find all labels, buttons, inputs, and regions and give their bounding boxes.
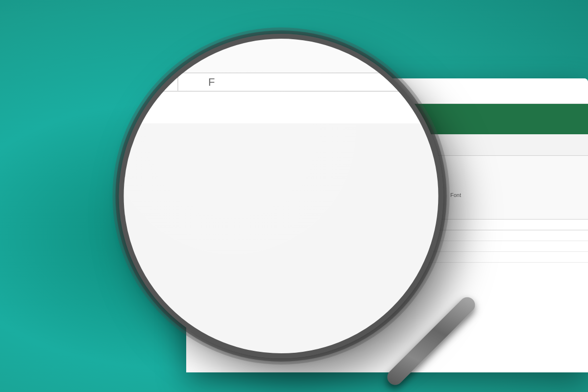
cell-grid: B C D E F bbox=[206, 220, 588, 263]
format-painter-icon: 🖌 bbox=[261, 195, 270, 203]
paste-label: Paste bbox=[234, 182, 251, 190]
row-number-column: 1 2 3 bbox=[186, 220, 206, 263]
sidebar-toggle-icon[interactable] bbox=[235, 86, 249, 97]
clipboard-section: 📋 Paste ▾ ✂ Cut ⧉ Copy 🖌 bbox=[225, 160, 323, 219]
maximize-button[interactable] bbox=[216, 88, 222, 95]
cell-b3[interactable] bbox=[206, 252, 245, 263]
cut-icon: ✂ bbox=[261, 166, 271, 175]
tab-bar: File Home Insert D Page Layout Form bbox=[186, 134, 588, 156]
paste-icon: 📋 bbox=[231, 163, 254, 181]
row-1-number: 1 bbox=[186, 230, 206, 241]
svg-rect-1 bbox=[242, 89, 246, 90]
redo-button[interactable]: ↻ bbox=[201, 187, 210, 199]
col-header-f: F bbox=[363, 220, 402, 230]
format-painter-button[interactable]: 🖌 Format Painter bbox=[259, 191, 317, 207]
row-2-number: 2 bbox=[186, 241, 206, 252]
corner-cell bbox=[186, 220, 205, 230]
clipboard-top: 📋 Paste ▾ ✂ Cut ⧉ Copy 🖌 bbox=[231, 163, 317, 207]
excel-window: ‹ › Excel Book1 – Saved ⌄ File Home Inse… bbox=[186, 78, 588, 372]
cell-d3[interactable] bbox=[284, 252, 323, 263]
col-header-c: C bbox=[245, 220, 284, 230]
undo-label: Undo bbox=[199, 202, 212, 208]
cell-f3[interactable] bbox=[363, 252, 402, 263]
text-color-swatch bbox=[365, 186, 374, 188]
tab-home[interactable]: Home bbox=[229, 140, 268, 155]
app-name: Excel bbox=[219, 112, 253, 127]
copy-label: Copy bbox=[275, 180, 290, 187]
undo-button[interactable]: ↺ bbox=[201, 171, 210, 184]
highlight-color-button[interactable]: ab bbox=[379, 177, 393, 189]
forward-arrow[interactable]: › bbox=[263, 86, 266, 96]
column-headers: B C D E F bbox=[206, 220, 588, 230]
ribbon-header: Excel Book1 – Saved ⌄ bbox=[186, 104, 588, 134]
font-top: Calibri Arial Times New Roman 11 12 14 A… bbox=[329, 163, 582, 174]
chevron-down-icon[interactable]: ⌄ bbox=[356, 114, 363, 124]
tab-formulas[interactable]: Form bbox=[394, 140, 430, 155]
sheet-row-3 bbox=[206, 252, 588, 263]
clipboard-section-label: Clipboard bbox=[231, 209, 317, 219]
font-row: U D A ab ⊞ ◧ bbox=[329, 177, 582, 189]
cell-d2[interactable] bbox=[284, 241, 323, 252]
svg-rect-0 bbox=[238, 88, 241, 95]
cell-c2[interactable] bbox=[245, 241, 284, 252]
clipboard-items: ✂ Cut ⧉ Copy 🖌 Format Painter bbox=[259, 163, 317, 207]
cell-e3[interactable] bbox=[323, 252, 363, 263]
spreadsheet-container: 1 2 3 B C D E F bbox=[186, 220, 588, 263]
ribbon-content: ↺ ↻ Undo 📋 Paste ▾ ✂ Cut bbox=[186, 156, 588, 220]
back-arrow[interactable]: ‹ bbox=[258, 86, 261, 96]
font-grow-icon[interactable]: A bbox=[416, 163, 423, 174]
font-shrink-icon[interactable]: A bbox=[426, 166, 431, 174]
sheet-row-2 bbox=[206, 241, 588, 252]
tab-insert[interactable]: Insert bbox=[269, 140, 306, 155]
strikethrough-button[interactable]: D bbox=[346, 177, 360, 189]
font-name-select[interactable]: Calibri Arial Times New Roman bbox=[329, 163, 388, 174]
format-painter-label: Format Painter bbox=[274, 192, 315, 206]
tab-draw[interactable]: D bbox=[308, 140, 332, 155]
underline-button[interactable]: U bbox=[329, 177, 343, 189]
minimize-button[interactable] bbox=[205, 88, 212, 95]
close-button[interactable] bbox=[194, 88, 201, 95]
svg-rect-2 bbox=[242, 91, 246, 92]
apps-grid-icon[interactable] bbox=[196, 114, 209, 124]
svg-rect-3 bbox=[242, 93, 246, 94]
font-section: Calibri Arial Times New Roman 11 12 14 A… bbox=[323, 160, 588, 219]
cell-c3[interactable] bbox=[245, 252, 284, 263]
cell-b2[interactable] bbox=[206, 241, 245, 252]
title-bar-controls bbox=[235, 86, 249, 97]
copy-icon: ⧉ bbox=[261, 179, 271, 188]
cell-e2[interactable] bbox=[323, 241, 363, 252]
cut-button[interactable]: ✂ Cut bbox=[259, 165, 317, 176]
paste-dropdown-arrow[interactable]: ▾ bbox=[242, 191, 244, 196]
col-header-d: D bbox=[284, 220, 323, 230]
cell-b1[interactable] bbox=[206, 230, 245, 241]
cut-label: Cut bbox=[275, 167, 285, 174]
paste-area[interactable]: 📋 Paste ▾ bbox=[231, 163, 254, 196]
book-title: Book1 – Saved bbox=[270, 113, 343, 125]
cell-f1[interactable] bbox=[363, 230, 402, 241]
cell-e1[interactable] bbox=[323, 230, 363, 241]
sheet-row-1 bbox=[206, 230, 588, 241]
cell-d1[interactable] bbox=[284, 230, 323, 241]
cell-c1[interactable] bbox=[245, 230, 284, 241]
undo-area: ↺ ↻ Undo bbox=[186, 160, 225, 219]
row-3-number: 3 bbox=[186, 252, 206, 263]
col-header-e: E bbox=[323, 220, 363, 230]
title-bar: ‹ › bbox=[186, 78, 588, 104]
text-color-button[interactable]: A bbox=[363, 177, 376, 189]
tab-file[interactable]: File bbox=[196, 140, 227, 155]
cell-f2[interactable] bbox=[363, 241, 402, 252]
traffic-lights bbox=[194, 88, 222, 95]
nav-arrows: ‹ › bbox=[258, 86, 266, 96]
col-header-b: B bbox=[206, 220, 245, 230]
tab-page-layout[interactable]: Page Layout bbox=[335, 140, 393, 155]
borders-button[interactable]: ⊞ bbox=[396, 177, 410, 189]
fill-color-button[interactable]: ◧ bbox=[413, 177, 426, 189]
font-size-select[interactable]: 11 12 14 bbox=[391, 163, 413, 174]
copy-button[interactable]: ⧉ Copy bbox=[259, 178, 317, 189]
font-section-label: Font bbox=[329, 192, 582, 198]
